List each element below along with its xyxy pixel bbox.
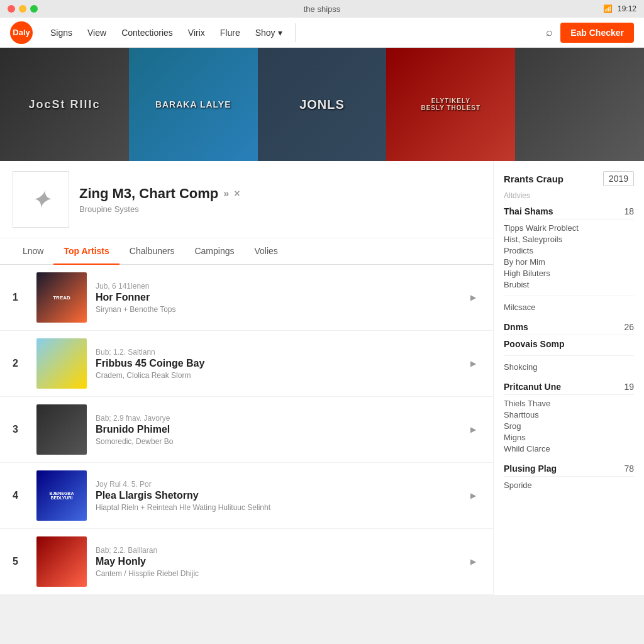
group-name: Pritcanut Une: [504, 382, 561, 392]
group-count: 18: [624, 206, 634, 216]
sidebar-item[interactable]: Migns: [504, 433, 634, 442]
main-content: ✦ Zing M3, Chart Comp » × Broupine Syste…: [0, 161, 644, 595]
group-name: Thai Shams: [504, 206, 553, 216]
track-item[interactable]: 2 Bub; 1.2. Saltlann Fribbus 45 Coinge B…: [0, 331, 493, 397]
tab-volies[interactable]: Volies: [244, 238, 287, 265]
group-count: 26: [624, 322, 634, 332]
sidebar-item[interactable]: Hist, Saleyproils: [504, 235, 634, 244]
window-title: the shipss: [304, 4, 341, 14]
close-button[interactable]: [8, 5, 15, 13]
right-panel: Rrants Craup 2019 Altdvies Thai Shams 18…: [493, 161, 644, 595]
track-meta: Bub; 1.2. Saltlann: [96, 348, 465, 357]
sidebar-sub-item[interactable]: Milcsace: [504, 303, 634, 312]
hero-image-5: [515, 48, 644, 161]
sidebar-item[interactable]: Whild Clarce: [504, 444, 634, 453]
sidebar-item[interactable]: Brubist: [504, 280, 634, 289]
menu-right: ⌕ Eab Checker: [546, 23, 634, 43]
track-thumbnail: TREAD: [36, 272, 87, 323]
track-list: 1 TREAD Jub, 6 141lenen Hor Fonner Siryn…: [0, 265, 493, 595]
group-name: Plusing Plag: [504, 464, 557, 474]
track-item[interactable]: 5 Bab; 2.2. Balllaran May Honly Cantem /…: [0, 529, 493, 595]
track-item[interactable]: 4 BJENEGBABEDLYURI Joy Rul 4. 5. Por Ple…: [0, 463, 493, 529]
play-icon[interactable]: ▶: [465, 554, 480, 569]
sidebar-item[interactable]: Srog: [504, 421, 634, 431]
track-thumb-image: [36, 536, 87, 587]
track-detail: Cradem, Clolica Reak Slorm: [96, 371, 465, 380]
sidebar-divider: [504, 296, 634, 296]
track-detail: Sirynan + Benothe Tops: [96, 305, 465, 314]
menu-signs[interactable]: Signs: [43, 18, 80, 48]
sidebar-group-thai-shams: Thai Shams 18 Tipps Wairk Problect Hist,…: [504, 206, 634, 312]
track-thumb-image: TREAD: [36, 272, 87, 323]
clock: 19:12: [618, 4, 636, 13]
play-icon[interactable]: ▶: [465, 356, 480, 371]
track-thumb-image: [36, 404, 87, 455]
sidebar-item[interactable]: Poovais Somp: [504, 339, 634, 349]
menu-flure[interactable]: Flure: [213, 18, 248, 48]
group-count: 19: [624, 382, 634, 392]
track-number: 1: [13, 292, 28, 303]
sidebar-group-pritcanut: Pritcanut Une 19 Thiels Thave Sharttous …: [504, 382, 634, 453]
sidebar-item[interactable]: Sporide: [504, 480, 634, 490]
sidebar-item[interactable]: Tipps Wairk Problect: [504, 223, 634, 233]
menu-bar: Daly Signs View Contectiories Virix Flur…: [0, 18, 644, 48]
track-item[interactable]: 1 TREAD Jub, 6 141lenen Hor Fonner Siryn…: [0, 265, 493, 331]
menu-virix[interactable]: Virix: [180, 18, 213, 48]
sidebar-item[interactable]: By hor Mim: [504, 257, 634, 267]
track-info: Joy Rul 4. 5. Por Plea Llargis Shetorny …: [96, 480, 465, 512]
menu-shoy[interactable]: Shoy ▾: [248, 18, 290, 48]
sidebar-sub-item[interactable]: Shokcing: [504, 362, 634, 372]
sidebar-group-dnms: Dnms 26 Poovais Somp Shokcing: [504, 322, 634, 372]
minimize-button[interactable]: [19, 5, 26, 13]
menu-view[interactable]: View: [80, 18, 114, 48]
hero-image-4: ELYTIKELYBESLY THOLEST: [386, 48, 515, 161]
menu-contectiories[interactable]: Contectiories: [114, 18, 180, 48]
sidebar-year: 2019: [603, 171, 634, 186]
track-thumbnail: [36, 536, 87, 587]
track-name: Brunido Phimel: [96, 424, 465, 435]
tab-campings[interactable]: Campings: [184, 238, 244, 265]
track-thumbnail: [36, 338, 87, 389]
title-bar: the shipss 📶 19:12: [0, 0, 644, 18]
title-bar-right: 📶 19:12: [603, 4, 636, 13]
track-item[interactable]: 3 Bab; 2.9 fnav. Javorye Brunido Phimel …: [0, 397, 493, 463]
tab-top-artists[interactable]: Top Artists: [53, 238, 119, 265]
sidebar-item[interactable]: High Biluters: [504, 269, 634, 278]
right-panel-header: Rrants Craup 2019: [504, 171, 634, 186]
track-name: May Honly: [96, 556, 465, 567]
wifi-icon: 📶: [603, 4, 613, 13]
play-icon[interactable]: ▶: [465, 290, 480, 305]
group-count: 78: [624, 464, 634, 474]
profile-star-icon: ✦: [30, 185, 52, 214]
track-name: Hor Fonner: [96, 292, 465, 303]
track-number: 4: [13, 490, 28, 501]
track-meta: Bab; 2.9 fnav. Javorye: [96, 414, 465, 423]
sidebar-group-header: Thai Shams 18: [504, 206, 634, 219]
play-icon[interactable]: ▶: [465, 422, 480, 437]
track-thumbnail: [36, 404, 87, 455]
sidebar-divider: [504, 355, 634, 356]
track-thumb-image: [36, 338, 87, 389]
logo-button[interactable]: Daly: [10, 21, 33, 44]
sidebar-group-header: Dnms 26: [504, 322, 634, 335]
tab-lnow[interactable]: Lnow: [13, 238, 53, 265]
left-panel: ✦ Zing M3, Chart Comp » × Broupine Syste…: [0, 161, 493, 595]
track-detail: Cantem / Hissplie Riebel Dhijic: [96, 569, 465, 578]
search-icon[interactable]: ⌕: [546, 26, 553, 39]
track-meta: Joy Rul 4. 5. Por: [96, 480, 465, 489]
sidebar-item[interactable]: Prodicts: [504, 246, 634, 255]
track-number: 3: [13, 424, 28, 435]
eab-checker-button[interactable]: Eab Checker: [560, 23, 634, 43]
maximize-button[interactable]: [30, 5, 38, 13]
play-icon[interactable]: ▶: [465, 488, 480, 503]
menu-divider: [295, 23, 296, 42]
profile-close-icon[interactable]: ×: [234, 188, 240, 199]
sidebar-item[interactable]: Thiels Thave: [504, 399, 634, 408]
tab-chalbuners[interactable]: Chalbuners: [119, 238, 185, 265]
hero-image-1: JocSt RIlIc: [0, 48, 129, 161]
track-meta: Jub, 6 141lenen: [96, 282, 465, 291]
window-controls: [8, 5, 38, 13]
track-number: 5: [13, 556, 28, 567]
sidebar-item[interactable]: Sharttous: [504, 410, 634, 419]
profile-title: Zing M3, Chart Comp » ×: [79, 186, 480, 202]
